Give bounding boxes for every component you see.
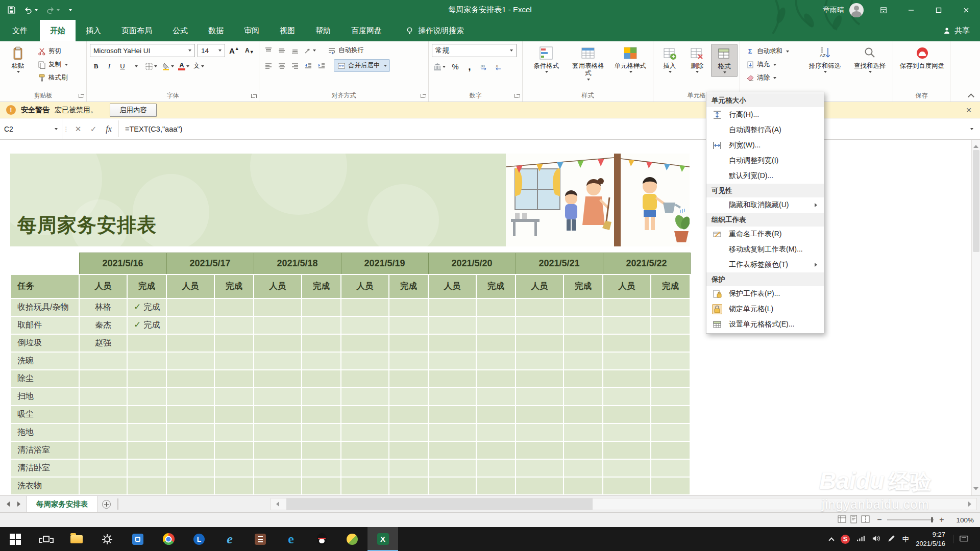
person-cell[interactable] [603,370,651,388]
menu-item-row-height[interactable]: 行高(H)... [706,107,824,122]
excel-icon[interactable]: X [368,527,398,551]
task-cell[interactable]: 洗碗 [11,352,79,370]
save-icon[interactable] [7,6,16,14]
person-cell[interactable] [428,298,476,316]
maximize-button[interactable] [925,0,952,20]
collapse-ribbon-icon[interactable] [968,93,975,98]
person-cell[interactable] [516,388,564,406]
menu-item-move-copy-sheet[interactable]: 移动或复制工作表(M)... [706,242,824,257]
person-cell[interactable] [516,370,564,388]
menu-item-lock-cell[interactable]: 锁定单元格(L) [706,302,824,317]
blue-app-icon[interactable] [122,527,153,551]
date-header-cell[interactable]: 2021/5/21 [516,253,603,274]
avatar[interactable] [849,3,864,17]
find-select-button[interactable]: 查找和选择 [849,44,891,84]
menu-item-tab-color[interactable]: 工作表标签颜色(T) [706,257,824,272]
task-cell[interactable]: 扫地 [11,388,79,406]
ie-icon[interactable]: e [214,527,245,551]
done-column-header[interactable]: 完成 [476,274,516,298]
task-cell[interactable]: 清洁浴室 [11,441,79,459]
qq-icon[interactable] [306,527,337,551]
done-cell[interactable] [302,477,341,495]
align-bottom-icon[interactable] [289,44,301,57]
tab-view[interactable]: 视图 [270,20,305,41]
clock[interactable]: 9:27 2021/5/16 [916,530,945,548]
sheet-tab-active[interactable]: 每周家务安排表 [27,496,98,512]
person-cell[interactable] [166,477,214,495]
person-cell[interactable] [254,423,302,441]
person-cell[interactable] [603,388,651,406]
increase-indent-icon[interactable] [315,59,328,72]
underline-button[interactable]: U [116,60,129,72]
task-cell[interactable]: 洗衣物 [11,477,79,495]
number-format-combo[interactable]: 常规 [432,44,517,57]
person-cell[interactable] [166,459,214,477]
l-app-icon[interactable]: L [184,527,214,551]
done-cell[interactable] [214,406,254,423]
chrome-icon[interactable] [153,527,184,551]
person-cell[interactable] [603,459,651,477]
fill-button[interactable]: 填充 [743,58,801,71]
done-cell[interactable] [389,406,428,423]
person-cell[interactable] [341,334,389,352]
done-cell[interactable] [127,334,166,352]
undo-icon[interactable] [24,6,38,14]
task-cell[interactable]: 除尘 [11,370,79,388]
done-cell[interactable] [127,370,166,388]
menu-item-rename-sheet[interactable]: 重命名工作表(R) [706,227,824,242]
borders-button[interactable] [143,60,159,72]
done-cell[interactable] [564,459,603,477]
person-column-header[interactable]: 人员 [79,274,127,298]
person-cell[interactable] [79,388,127,406]
done-cell[interactable] [651,316,690,334]
person-cell[interactable] [603,334,651,352]
scroll-down-icon[interactable] [973,487,978,493]
expand-formula-bar-icon[interactable] [963,118,980,139]
person-cell[interactable] [516,334,564,352]
person-cell[interactable] [166,370,214,388]
person-cell[interactable] [341,477,389,495]
increase-decimal-button[interactable]: .00 [478,60,490,73]
page-layout-view-icon[interactable] [849,515,858,525]
done-cell[interactable] [564,423,603,441]
person-cell[interactable] [341,423,389,441]
done-cell[interactable] [214,459,254,477]
font-color-button[interactable]: A [177,60,191,72]
person-cell[interactable] [166,334,214,352]
dialog-launcher-icon[interactable] [78,93,84,99]
person-column-header[interactable]: 人员 [341,274,389,298]
person-cell[interactable] [254,388,302,406]
done-cell[interactable] [564,441,603,459]
menu-item-default-width[interactable]: 默认列宽(D)... [706,168,824,184]
done-cell[interactable] [476,370,516,388]
done-cell[interactable] [564,388,603,406]
scroll-right-icon[interactable] [965,498,976,510]
zoom-in-icon[interactable]: + [938,515,945,524]
format-painter-button[interactable]: 格式刷 [35,71,70,84]
done-cell[interactable] [564,352,603,370]
redo-icon[interactable] [46,6,60,14]
insert-cells-button[interactable]: 插入 [656,44,683,77]
menu-item-protect-sheet[interactable]: 保护工作表(P)... [706,286,824,302]
dialog-launcher-icon[interactable] [514,93,520,99]
menu-item-autofit-column-width[interactable]: 自动调整列宽(I) [706,153,824,168]
done-cell[interactable] [389,388,428,406]
done-cell[interactable] [651,406,690,423]
person-cell[interactable] [254,441,302,459]
person-cell[interactable] [79,477,127,495]
zoom-slider-thumb[interactable] [931,517,933,522]
person-cell[interactable] [341,441,389,459]
done-cell[interactable] [302,459,341,477]
person-cell[interactable] [254,370,302,388]
ribbon-display-options-icon[interactable] [870,0,897,20]
vertical-scrollbar[interactable] [971,140,980,495]
person-cell[interactable] [516,477,564,495]
orientation-button[interactable] [302,44,317,57]
person-cell[interactable] [428,441,476,459]
tab-help[interactable]: 帮助 [305,20,341,41]
horizontal-scroll-thumb[interactable] [286,498,593,510]
done-cell[interactable] [389,459,428,477]
banner[interactable]: 每周家务安排表 [10,154,690,246]
done-cell[interactable] [214,316,254,334]
person-cell[interactable] [166,423,214,441]
